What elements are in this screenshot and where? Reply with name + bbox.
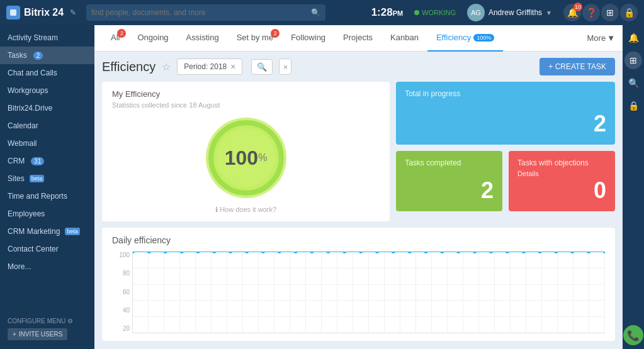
stat-card-total-in-progress: Total in progress 2	[396, 82, 615, 145]
chart-dot-8	[261, 252, 265, 253]
how-it-works-link[interactable]: ℹ How does it work?	[112, 206, 380, 214]
chart-dot-22	[489, 252, 493, 253]
sidebar-item-contact-center[interactable]: Contact Center	[0, 240, 94, 258]
chart-inner	[132, 252, 605, 333]
sidebar-item-bitrix24-drive[interactable]: Bitrix24.Drive	[0, 99, 94, 117]
invite-users-button[interactable]: + INVITE USERS	[8, 328, 67, 340]
right-panel-lock-icon[interactable]: 🔒	[624, 97, 642, 114]
logo: Bitrix 24	[6, 6, 64, 19]
tab-projects[interactable]: Projects	[334, 25, 381, 52]
tab-set-by-me[interactable]: Set by me 2	[228, 25, 283, 52]
lock-icon-button[interactable]: 🔒	[620, 4, 638, 21]
tab-all-badge: 2	[117, 29, 126, 38]
configure-menu-button[interactable]: CONFIGURE MENU ⚙	[8, 318, 87, 324]
tabs-bar: All 2 Ongoing Assisting Set by me 2 Foll…	[94, 25, 623, 52]
chart-dot-20	[456, 252, 460, 253]
filter-search-icon[interactable]: 🔍	[251, 59, 273, 75]
sidebar-item-employees[interactable]: Employees	[0, 205, 94, 223]
chart-dot-14	[359, 252, 363, 253]
tab-all[interactable]: All 2	[102, 25, 128, 52]
tabs-more-button[interactable]: More ▼	[587, 33, 616, 43]
svg-rect-0	[10, 9, 16, 16]
tab-kanban[interactable]: Kanban	[381, 25, 427, 52]
chart-dot-7	[245, 252, 249, 253]
create-task-button[interactable]: + CREATE TASK	[539, 58, 615, 75]
content-area: All 2 Ongoing Assisting Set by me 2 Foll…	[94, 25, 623, 349]
efficiency-circle-wrap: 100%	[112, 114, 380, 202]
page-title: Efficiency	[102, 60, 155, 74]
sidebar-item-workgroups[interactable]: Workgroups	[0, 82, 94, 99]
filter-clear-icon[interactable]: ×	[279, 58, 291, 75]
main-layout: Activity Stream Tasks 2 Chat and Calls W…	[0, 25, 644, 349]
favorite-star-icon[interactable]: ☆	[162, 61, 171, 73]
sidebar-item-time-and-reports[interactable]: Time and Reports	[0, 187, 94, 205]
tasks-completed-value: 2	[405, 177, 494, 204]
chart-dot-28	[587, 252, 590, 253]
tasks-with-objections-value: 0	[517, 177, 606, 204]
right-panel-search-icon[interactable]: 🔍	[624, 74, 642, 92]
sidebar-item-more[interactable]: More...	[0, 258, 94, 275]
chart-dot-16	[392, 252, 395, 253]
chart-dot-26	[554, 252, 558, 253]
sidebar-item-tasks[interactable]: Tasks 2	[0, 47, 94, 64]
efficiency-card: My Efficiency Statistics collected since…	[102, 82, 390, 221]
crm-marketing-beta-badge: beta	[65, 228, 80, 235]
tab-efficiency-badge: 100%	[473, 34, 494, 42]
chart-dot-23	[506, 252, 509, 253]
period-clear-icon[interactable]: ×	[230, 62, 235, 72]
chart-dot-21	[473, 252, 477, 253]
stats-column: Total in progress 2 Tasks completed 2 Ta…	[396, 82, 615, 221]
chart-dot-1	[147, 252, 151, 253]
period-label: Period: 2018	[184, 62, 227, 71]
y-label-100: 100	[112, 252, 130, 258]
sidebar-item-crm[interactable]: CRM 31	[0, 152, 94, 170]
chart-dot-17	[408, 252, 412, 253]
sidebar-item-calendar[interactable]: Calendar	[0, 117, 94, 135]
apps-button[interactable]: ⊞	[601, 4, 619, 21]
crm-badge: 31	[31, 157, 44, 165]
efficiency-card-subtitle: Statistics collected since 18 August	[112, 101, 380, 109]
sidebar-item-crm-marketing[interactable]: CRM Marketing beta	[0, 223, 94, 240]
stat-cards-row: Tasks completed 2 Tasks with objections …	[396, 151, 615, 211]
sidebar-item-sites[interactable]: Sites beta	[0, 170, 94, 187]
sites-beta-badge: beta	[30, 175, 45, 182]
search-input[interactable]	[91, 8, 308, 17]
chart-dot-4	[196, 252, 200, 253]
phone-icon[interactable]: 📞	[623, 325, 643, 345]
tab-ongoing[interactable]: Ongoing	[128, 25, 177, 52]
tasks-completed-label: Tasks completed	[405, 158, 494, 167]
y-label-40: 40	[112, 307, 130, 314]
chart-dot-0	[133, 252, 135, 253]
y-label-60: 60	[112, 289, 130, 296]
chart-dot-13	[342, 252, 346, 253]
tab-following[interactable]: Following	[282, 25, 334, 52]
chart-dot-19	[440, 252, 444, 253]
chart-dot-9	[278, 252, 281, 253]
search-icon: 🔍	[311, 8, 320, 17]
efficiency-card-title: My Efficiency	[112, 89, 380, 99]
chart-dot-2	[164, 252, 167, 253]
notification-bell-button[interactable]: 🔔 10	[563, 4, 581, 21]
chart-dot-29	[603, 252, 605, 253]
chart-dot-5	[212, 252, 216, 253]
edit-icon[interactable]: ✎	[70, 8, 76, 17]
chart-dot-3	[180, 252, 184, 253]
stat-card-tasks-completed: Tasks completed 2	[396, 151, 502, 211]
right-panel-phone-button[interactable]: 📞	[623, 325, 643, 345]
search-bar[interactable]: 🔍	[86, 4, 325, 21]
period-filter[interactable]: Period: 2018 ×	[177, 58, 242, 75]
notification-badge: 10	[573, 3, 582, 11]
chart-dot-12	[326, 252, 330, 253]
chart-dot-6	[229, 252, 232, 253]
tab-efficiency[interactable]: Efficiency 100%	[427, 25, 503, 52]
help-button[interactable]: ❓	[582, 4, 600, 21]
work-status[interactable]: WORKING	[414, 9, 456, 16]
sidebar-item-webmail[interactable]: Webmail	[0, 135, 94, 152]
objections-details-link[interactable]: Details	[517, 170, 606, 177]
sidebar-item-activity-stream[interactable]: Activity Stream	[0, 29, 94, 47]
right-panel-apps-icon[interactable]: ⊞	[624, 52, 642, 69]
right-panel-bell-icon[interactable]: 🔔	[624, 29, 642, 47]
tab-assisting[interactable]: Assisting	[178, 25, 228, 52]
sidebar-item-chat-and-calls[interactable]: Chat and Calls	[0, 64, 94, 82]
user-menu[interactable]: AG Andrew Griffiths ▼	[467, 4, 552, 21]
